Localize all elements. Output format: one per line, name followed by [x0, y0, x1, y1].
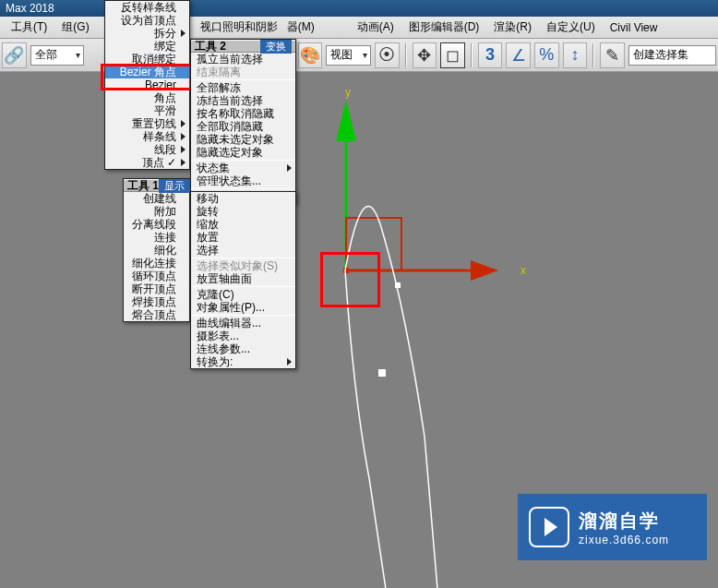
spinner-snap-button[interactable]: ↕ — [563, 42, 588, 68]
separator — [592, 43, 594, 67]
menu-graph-editors[interactable]: 图形编辑器(D) — [401, 18, 487, 37]
svg-rect-8 — [378, 369, 386, 377]
play-icon — [529, 507, 569, 547]
svg-text:x: x — [521, 264, 526, 277]
menu-views[interactable]: 视口照明和阴影 — [193, 18, 285, 37]
named-selection-set-input[interactable]: 创建选择集 — [628, 45, 716, 66]
quad-menu-top-right: 工具 2变换孤立当前选择结束隔离全部解冻冻结当前选择按名称取消隐藏全部取消隐藏隐… — [190, 39, 296, 204]
menu-item[interactable]: 隐藏选定对象 — [191, 146, 295, 159]
menu-animation[interactable]: 动画(A) — [350, 18, 401, 37]
menu-item[interactable]: 对象属性(P)... — [191, 301, 295, 314]
watermark-url: zixue.3d66.com — [579, 534, 669, 546]
angle-snap-button[interactable]: ∠ — [506, 42, 531, 68]
menu-render[interactable]: 渲染(R) — [486, 18, 539, 37]
menu-item[interactable]: 设为首顶点 — [105, 14, 189, 27]
ref-coord-combo[interactable]: 视图 — [326, 45, 371, 66]
svg-marker-4 — [471, 260, 498, 281]
menu-item[interactable]: 管理状态集... — [191, 174, 295, 187]
quad-menu-bottom-left: 工具 1显示创建线附加分离线段连接细化细化连接循环顶点断开顶点焊接顶点熔合顶点 — [123, 178, 190, 322]
snap-3-button[interactable]: 3 — [478, 42, 503, 68]
link-button[interactable]: 🔗 — [2, 42, 27, 68]
menu-views-accel: 器(M) — [280, 18, 322, 37]
svg-rect-9 — [395, 282, 401, 288]
manipulate-button[interactable]: ◻ — [440, 42, 465, 68]
menu-item[interactable]: 转换为: — [191, 355, 295, 368]
menu-item[interactable]: 顶点 ✓ — [105, 156, 189, 169]
menu-item[interactable]: 样条线 — [105, 130, 189, 143]
menu-item[interactable]: 结束隔离 — [191, 66, 295, 78]
menu-item[interactable]: 角点 — [105, 91, 189, 104]
menu-customize[interactable]: 自定义(U) — [539, 18, 603, 37]
selection-filter-combo[interactable]: 全部 — [30, 45, 84, 66]
quad-menu-bottom-right: 移动旋转缩放放置选择选择类似对象(S)放置轴曲面克隆(C)对象属性(P)...曲… — [190, 191, 296, 369]
named-sel-edit-button[interactable]: ✎ — [600, 42, 625, 68]
percent-snap-button[interactable]: % — [534, 42, 559, 68]
menu-group[interactable]: 组(G) — [54, 18, 96, 37]
separator — [405, 43, 407, 67]
menu-item[interactable]: 熔合顶点 — [124, 308, 189, 321]
palette-button[interactable]: 🎨 — [298, 42, 323, 68]
menu-item[interactable]: 状态集 — [191, 162, 295, 174]
svg-text:y: y — [345, 86, 351, 99]
menu-item[interactable]: 选择 — [191, 244, 295, 257]
app-title: Max 2018 — [6, 2, 54, 15]
svg-marker-0 — [336, 100, 356, 141]
menu-civil-view[interactable]: Civil View — [603, 19, 665, 36]
highlight-box-menu — [101, 64, 192, 90]
highlight-box-viewport — [320, 252, 380, 307]
pivot-button[interactable]: ⦿ — [375, 42, 400, 68]
separator — [471, 43, 473, 67]
move-button[interactable]: ✥ — [413, 42, 437, 68]
menu-tools[interactable]: 工具(T) — [4, 18, 54, 37]
menu-item[interactable]: 拆分 — [105, 27, 189, 40]
watermark-cn: 溜溜自学 — [579, 509, 669, 534]
watermark: 溜溜自学 zixue.3d66.com — [518, 494, 707, 560]
menu-item[interactable]: 放置轴曲面 — [191, 272, 295, 285]
